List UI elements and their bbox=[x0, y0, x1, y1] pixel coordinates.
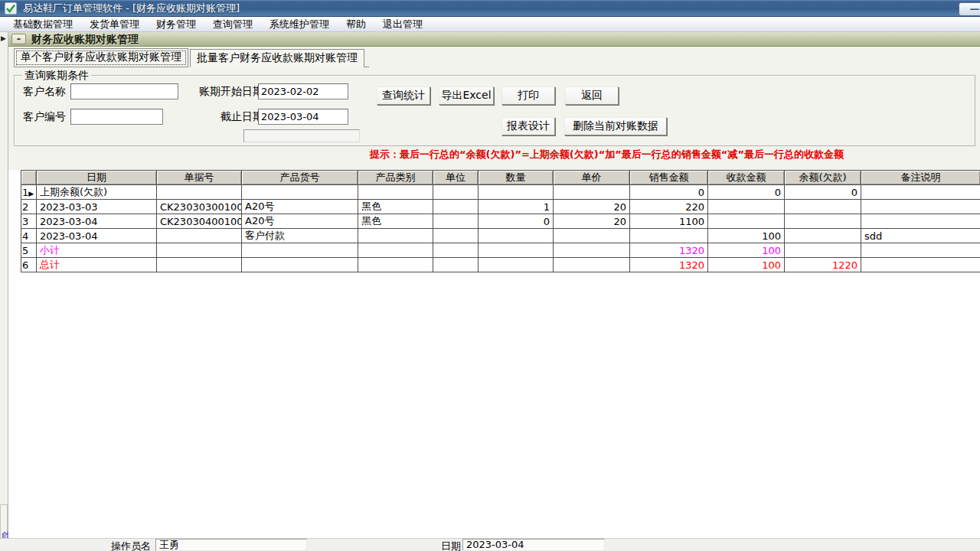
cell-received[interactable]: 100 bbox=[708, 258, 785, 272]
menubar: 基础数据管理 发货单管理 财务管理 查询管理 系统维护管理 帮助 退出管理 bbox=[0, 17, 980, 32]
menu-item-base-data[interactable]: 基础数据管理 bbox=[5, 17, 81, 31]
cell-sales[interactable]: 1100 bbox=[630, 214, 708, 229]
cell-balance[interactable] bbox=[785, 200, 861, 214]
tabstrip: 单个客户财务应收款账期对账管理 批量客户财务应收款账期对账管理 bbox=[14, 50, 369, 67]
cell-note[interactable] bbox=[861, 200, 980, 214]
cell-product[interactable]: 客户付款 bbox=[242, 229, 358, 243]
cell-date[interactable]: 2023-03-03 bbox=[37, 200, 157, 214]
customer-code-input[interactable] bbox=[70, 109, 163, 125]
window-title: 易达鞋厂订单管理软件 - [财务应收账期对账管理] bbox=[23, 0, 240, 16]
tab-single-customer[interactable]: 单个客户财务应收款账期对账管理 bbox=[14, 48, 188, 67]
cell-doc[interactable] bbox=[157, 258, 242, 272]
cell-balance[interactable] bbox=[785, 243, 861, 258]
cell-product[interactable]: A20号 bbox=[242, 214, 358, 229]
menu-item-exit[interactable]: 退出管理 bbox=[374, 17, 431, 31]
cell-balance[interactable]: 1220 bbox=[785, 258, 861, 272]
cell-category[interactable] bbox=[358, 258, 433, 272]
cell-doc[interactable]: CK2303040010001 bbox=[157, 214, 242, 229]
cell-date[interactable]: 2023-03-04 bbox=[37, 214, 157, 229]
cell-unit[interactable] bbox=[433, 258, 479, 272]
delete-current-button[interactable]: 删除当前对账数据 bbox=[564, 117, 667, 135]
cell-price[interactable] bbox=[554, 185, 630, 200]
cell-unit[interactable] bbox=[433, 200, 479, 214]
cell-unit[interactable] bbox=[433, 185, 479, 200]
cell-sales[interactable]: 1320 bbox=[630, 258, 708, 272]
cell-qty[interactable] bbox=[479, 258, 554, 272]
cell-qty[interactable] bbox=[479, 185, 554, 200]
cell-balance[interactable]: 0 bbox=[785, 185, 861, 200]
cell-product[interactable] bbox=[242, 243, 358, 258]
cell-product[interactable] bbox=[242, 185, 358, 200]
cell-balance[interactable] bbox=[785, 214, 861, 229]
cell-price[interactable] bbox=[554, 258, 630, 272]
row-number[interactable]: 4 bbox=[21, 229, 37, 243]
customer-name-input[interactable] bbox=[70, 83, 178, 99]
cell-qty[interactable]: 0 bbox=[479, 214, 554, 229]
cell-sales[interactable]: 220 bbox=[630, 200, 708, 214]
cell-category[interactable]: 黑色 bbox=[358, 214, 433, 229]
nav-expand-arrow-icon[interactable]: ▶ bbox=[1, 34, 6, 42]
cell-category[interactable] bbox=[358, 243, 433, 258]
cell-doc[interactable]: CK2303030010001 bbox=[157, 200, 242, 214]
cell-category[interactable]: 黑色 bbox=[358, 200, 433, 214]
menu-item-finance[interactable]: 财务管理 bbox=[148, 17, 204, 31]
report-design-button[interactable]: 报表设计 bbox=[501, 117, 555, 135]
cell-received[interactable]: 0 bbox=[708, 185, 785, 200]
row-number[interactable]: 1▶ bbox=[21, 185, 37, 200]
cell-unit[interactable] bbox=[433, 229, 479, 243]
cell-qty[interactable]: 1 bbox=[479, 200, 554, 214]
cell-price[interactable]: 20 bbox=[554, 214, 630, 229]
cell-sales[interactable]: 0 bbox=[630, 185, 708, 200]
cell-category[interactable] bbox=[358, 229, 433, 243]
cell-received[interactable] bbox=[708, 214, 785, 229]
content-area: 单个客户财务应收款账期对账管理 批量客户财务应收款账期对账管理 查询账期条件 客… bbox=[8, 47, 980, 538]
menu-item-help[interactable]: 帮助 bbox=[338, 17, 374, 31]
menu-item-query[interactable]: 查询管理 bbox=[204, 17, 261, 31]
row-number[interactable]: 5 bbox=[21, 243, 37, 258]
start-date-input[interactable] bbox=[258, 83, 348, 99]
query-stats-button[interactable]: 查询统计 bbox=[377, 86, 430, 105]
cell-sales[interactable] bbox=[630, 229, 708, 243]
cell-date[interactable]: 总计 bbox=[37, 258, 157, 272]
cell-sales[interactable]: 1320 bbox=[630, 243, 708, 258]
cell-received[interactable]: 100 bbox=[708, 243, 785, 258]
print-button[interactable]: 打印 bbox=[501, 86, 555, 105]
cell-unit[interactable] bbox=[433, 214, 479, 229]
cell-received[interactable] bbox=[708, 200, 785, 214]
cell-date[interactable]: 2023-03-04 bbox=[37, 229, 157, 243]
cell-note[interactable] bbox=[861, 243, 980, 258]
row-number[interactable]: 2 bbox=[21, 200, 37, 214]
mdi-minimize-button[interactable]: - bbox=[11, 34, 26, 44]
cell-category[interactable] bbox=[358, 185, 433, 200]
cell-doc[interactable] bbox=[157, 243, 242, 258]
cell-note[interactable]: sdd bbox=[861, 229, 980, 243]
cell-product[interactable] bbox=[242, 258, 358, 272]
end-date-input[interactable] bbox=[258, 109, 348, 125]
cell-unit[interactable] bbox=[433, 243, 479, 258]
cell-doc[interactable] bbox=[157, 185, 242, 200]
cell-balance[interactable] bbox=[785, 229, 861, 243]
cell-price[interactable]: 20 bbox=[554, 200, 630, 214]
cell-date[interactable]: 小计 bbox=[37, 243, 157, 258]
cell-doc[interactable] bbox=[157, 229, 242, 243]
cell-note[interactable] bbox=[861, 185, 980, 200]
cell-price[interactable] bbox=[554, 229, 630, 243]
cell-price[interactable] bbox=[554, 243, 630, 258]
cell-product[interactable]: A20号 bbox=[242, 200, 358, 214]
cell-qty[interactable] bbox=[479, 229, 554, 243]
cell-note[interactable] bbox=[861, 214, 980, 229]
cell-note[interactable] bbox=[861, 258, 980, 272]
minimize-button[interactable]: — bbox=[959, 2, 980, 16]
menu-item-shipping[interactable]: 发货单管理 bbox=[81, 17, 148, 31]
export-excel-button[interactable]: 导出Excel bbox=[439, 86, 494, 105]
menu-item-system[interactable]: 系统维护管理 bbox=[261, 17, 338, 31]
cell-received[interactable]: 100 bbox=[708, 229, 785, 243]
cell-date[interactable]: 上期余额(欠款) bbox=[37, 185, 157, 200]
tab-batch-customer[interactable]: 批量客户财务应收款账期对账管理 bbox=[190, 49, 364, 67]
row-number[interactable]: 6 bbox=[21, 258, 37, 272]
col-header-qty: 数量 bbox=[479, 171, 554, 185]
cell-qty[interactable] bbox=[479, 243, 554, 258]
row-number[interactable]: 3 bbox=[21, 214, 37, 229]
back-button[interactable]: 返回 bbox=[565, 86, 619, 105]
col-header-price: 单价 bbox=[554, 171, 630, 185]
